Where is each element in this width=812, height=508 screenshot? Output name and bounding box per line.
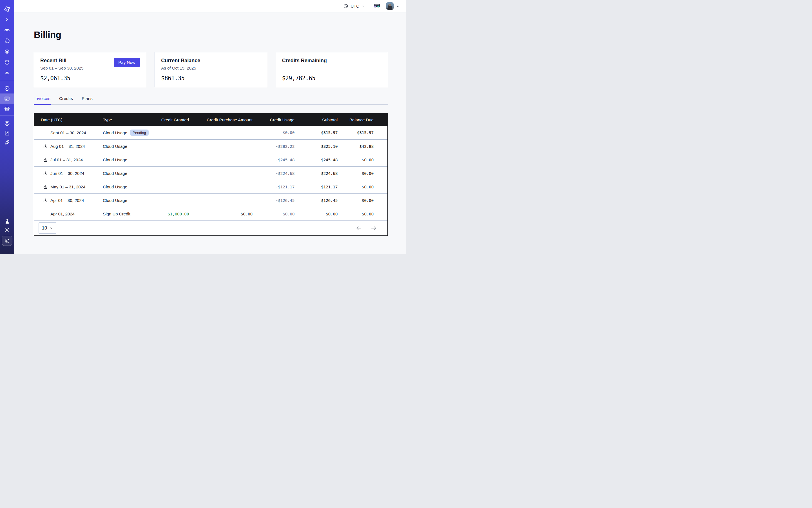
balance-due-value: $0.00 <box>338 198 387 203</box>
sidebar-item-logo[interactable] <box>0 3 14 14</box>
credit-usage-value: -$121.17 <box>253 185 295 189</box>
credit-usage-value: -$282.22 <box>253 144 295 149</box>
sidebar-item-package[interactable] <box>0 57 14 68</box>
timer-icon <box>4 38 10 44</box>
column-header-credit-purchase: Credit Purchase Amount <box>189 118 253 122</box>
column-header-credit-granted: Credit Granted <box>152 118 189 122</box>
credit-usage-value: $0.00 <box>253 212 295 216</box>
invoice-period: Aug 01 – 31, 2024 <box>50 144 85 149</box>
invoice-type: Cloud Usage <box>103 158 127 162</box>
pay-now-button[interactable]: Pay Now <box>114 58 140 67</box>
download-icon <box>43 144 48 149</box>
avatar[interactable] <box>386 2 394 10</box>
credits-remaining-amount: $29,782.65 <box>282 75 382 82</box>
flask-icon <box>4 218 10 224</box>
tab-invoices[interactable]: Invoices <box>34 96 51 105</box>
gauge-icon <box>4 85 10 91</box>
table-header: Date (UTC) Type Credit Granted Credit Pu… <box>34 114 387 126</box>
invoice-type: Cloud Usage <box>103 171 127 176</box>
lifebuoy-icon <box>4 120 10 126</box>
table-row: Jul 01 – 31, 2024 Cloud Usage -$245.48 $… <box>34 153 387 166</box>
invoice-type: Cloud Usage <box>103 130 127 135</box>
clock-icon <box>343 3 349 9</box>
balance-due-value: $0.00 <box>338 171 387 176</box>
subtotal-value: $224.68 <box>295 171 338 176</box>
sidebar-item-billing[interactable] <box>0 93 14 103</box>
sidebar-item-asterisk[interactable] <box>0 68 14 78</box>
next-page-button[interactable] <box>371 225 377 231</box>
sidebar-item-history[interactable] <box>0 36 14 46</box>
invoice-type: Cloud Usage <box>103 144 127 149</box>
download-invoice-button[interactable] <box>43 144 48 149</box>
chevron-down-icon <box>396 4 400 8</box>
invoice-type: Cloud Usage <box>103 198 127 203</box>
date-icon-spacer <box>43 211 48 217</box>
sidebar-item-collapse[interactable] <box>0 14 14 25</box>
table-row: May 01 – 31, 2024 Cloud Usage -$121.17 $… <box>34 180 387 194</box>
sidebar-item-usage-dashboard[interactable] <box>0 83 14 93</box>
reader-mode-button[interactable] <box>373 3 380 9</box>
table-footer: 10 <box>34 220 387 236</box>
timezone-selector[interactable]: UTC <box>343 3 365 9</box>
credit-usage-value: -$245.48 <box>253 158 295 162</box>
dollar-badge-icon <box>4 238 10 244</box>
tab-plans[interactable]: Plans <box>81 96 93 105</box>
sidebar-item-layers[interactable] <box>0 46 14 57</box>
page-size-value: 10 <box>42 225 47 230</box>
table-row: Jun 01 – 30, 2024 Cloud Usage -$224.68 $… <box>34 166 387 180</box>
download-invoice-button[interactable] <box>43 171 48 176</box>
credit-usage-value: -$224.68 <box>253 171 295 176</box>
rocket-icon <box>4 139 10 145</box>
column-header-balance-due: Balance Due <box>338 118 387 122</box>
sidebar-item-credits[interactable] <box>2 236 12 246</box>
chevron-right-icon <box>4 16 10 22</box>
credit-granted-value: $1,000.00 <box>152 212 189 216</box>
sidebar-divider <box>0 115 14 116</box>
invoice-period: Apr 01, 2024 <box>50 211 75 216</box>
layers-icon <box>4 48 10 55</box>
table-row: Apr 01, 2024 Sign Up Credit $1,000.00 $0… <box>34 207 387 220</box>
credit-usage-value: $0.00 <box>253 130 295 135</box>
arrow-right-icon <box>371 225 377 231</box>
pagination-controls <box>355 225 377 231</box>
invoice-type: Sign Up Credit <box>103 211 130 216</box>
column-header-subtotal: Subtotal <box>295 118 338 122</box>
chevron-down-icon <box>361 4 365 8</box>
subtotal-value: $0.00 <box>295 212 338 216</box>
sidebar-item-quickstart[interactable] <box>0 138 14 147</box>
sidebar-item-docs[interactable] <box>0 128 14 138</box>
balance-due-value: $42.88 <box>338 144 387 149</box>
download-invoice-button[interactable] <box>43 184 48 189</box>
page-size-select[interactable]: 10 <box>39 222 56 234</box>
subtotal-value: $121.17 <box>295 185 338 189</box>
date-icon-spacer <box>43 130 48 135</box>
eye-icon <box>4 27 10 33</box>
sidebar <box>0 0 14 254</box>
sidebar-item-theme[interactable] <box>0 225 14 234</box>
column-header-credit-usage: Credit Usage <box>253 118 295 122</box>
invoice-period: Jun 01 – 30, 2024 <box>50 171 84 176</box>
download-invoice-button[interactable] <box>43 198 48 203</box>
invoice-period: Sept 01 – 30, 2024 <box>50 130 86 135</box>
pending-status-badge: Pending <box>130 130 149 136</box>
summary-cards: Recent Bill Sep 01 – Sep 30, 2025 $2,061… <box>34 52 388 87</box>
previous-page-button[interactable] <box>355 225 362 231</box>
invoice-type: Cloud Usage <box>103 184 127 189</box>
page-title: Billing <box>34 29 388 41</box>
download-icon <box>43 158 48 163</box>
tab-credits[interactable]: Credits <box>58 96 74 105</box>
credits-remaining-card: Credits Remaining $29,782.65 <box>275 52 388 87</box>
balance-due-value: $0.00 <box>338 212 387 216</box>
sidebar-item-support[interactable] <box>0 119 14 128</box>
sidebar-item-labs[interactable] <box>0 217 14 225</box>
account-menu-button[interactable] <box>396 4 400 8</box>
download-invoice-button[interactable] <box>43 158 48 163</box>
sidebar-item-observability[interactable] <box>0 25 14 36</box>
recent-bill-card: Recent Bill Sep 01 – Sep 30, 2025 $2,061… <box>34 52 146 87</box>
timezone-label: UTC <box>350 4 359 8</box>
billing-page: UTC Billing Recent Bill Sep 01 – <box>0 0 406 254</box>
balance-due-value: $0.00 <box>338 185 387 189</box>
sidebar-item-settings[interactable] <box>0 103 14 114</box>
column-header-type: Type <box>103 118 152 122</box>
credits-sub-placeholder <box>282 66 382 71</box>
